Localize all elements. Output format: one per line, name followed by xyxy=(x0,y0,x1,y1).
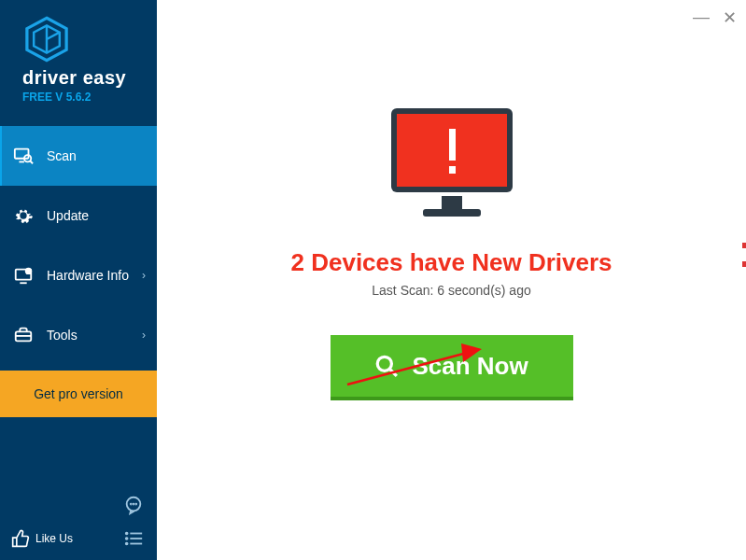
nav: Scan Update 1 Hardware Info › xyxy=(0,126,157,365)
hardware-info-icon: 1 xyxy=(13,265,34,286)
toolbox-icon xyxy=(13,325,34,345)
minimize-button[interactable]: — xyxy=(693,7,710,28)
status-headline: 2 Devices have New Drivers xyxy=(291,248,612,277)
feedback-icon[interactable] xyxy=(123,495,144,515)
svg-point-30 xyxy=(378,357,392,371)
chevron-right-icon: › xyxy=(142,329,146,342)
spacer xyxy=(0,417,157,495)
sidebar-item-label: Tools xyxy=(47,328,77,343)
svg-rect-29 xyxy=(449,166,456,174)
chevron-right-icon: › xyxy=(142,269,146,282)
svg-line-31 xyxy=(390,369,398,376)
logo-icon xyxy=(22,15,71,63)
sidebar-item-tools[interactable]: Tools › xyxy=(0,305,157,365)
svg-line-3 xyxy=(47,33,60,39)
brand-name: driver easy xyxy=(22,67,146,89)
sidebar-item-label: Scan xyxy=(47,148,77,163)
sidebar-item-label: Update xyxy=(47,208,89,223)
side-marks xyxy=(742,243,746,280)
svg-line-7 xyxy=(30,161,33,164)
svg-point-15 xyxy=(131,504,132,505)
last-scan-text: Last Scan: 6 second(s) ago xyxy=(372,283,530,298)
sidebar-item-label: Hardware Info xyxy=(47,268,129,283)
window-controls: — ✕ xyxy=(693,7,737,28)
svg-text:1: 1 xyxy=(27,269,30,274)
get-pro-button[interactable]: Get pro version xyxy=(0,371,157,417)
svg-point-20 xyxy=(126,538,128,539)
svg-point-16 xyxy=(134,504,134,505)
logo-block: driver easy FREE V 5.6.2 xyxy=(0,0,157,111)
sidebar-item-scan[interactable]: Scan xyxy=(0,126,157,186)
thumbs-up-icon xyxy=(11,529,30,548)
svg-rect-26 xyxy=(442,196,462,209)
svg-rect-4 xyxy=(15,149,29,159)
get-pro-label: Get pro version xyxy=(34,386,123,401)
svg-point-18 xyxy=(126,533,128,535)
like-us-label: Like Us xyxy=(35,532,73,545)
sidebar: driver easy FREE V 5.6.2 Scan Update xyxy=(0,0,157,560)
alert-monitor-icon xyxy=(382,103,522,224)
svg-point-22 xyxy=(126,543,128,545)
svg-point-17 xyxy=(135,504,136,505)
scan-now-button[interactable]: Scan Now xyxy=(331,335,573,400)
sidebar-item-update[interactable]: Update xyxy=(0,186,157,245)
monitor-search-icon xyxy=(13,146,34,166)
gear-icon xyxy=(13,205,34,226)
close-button[interactable]: ✕ xyxy=(723,7,737,28)
like-us-button[interactable]: Like Us xyxy=(11,529,73,548)
scan-now-label: Scan Now xyxy=(412,352,528,381)
svg-rect-28 xyxy=(449,129,456,161)
svg-rect-27 xyxy=(423,209,481,217)
sidebar-bottom: Like Us xyxy=(0,523,157,560)
main-panel: — ✕ 2 Devices have New Drivers Last Scan… xyxy=(157,0,746,560)
sidebar-item-hardware[interactable]: 1 Hardware Info › xyxy=(0,245,157,305)
menu-list-icon[interactable] xyxy=(123,528,144,549)
brand-tagline: FREE V 5.6.2 xyxy=(22,91,146,104)
search-icon xyxy=(374,354,399,378)
